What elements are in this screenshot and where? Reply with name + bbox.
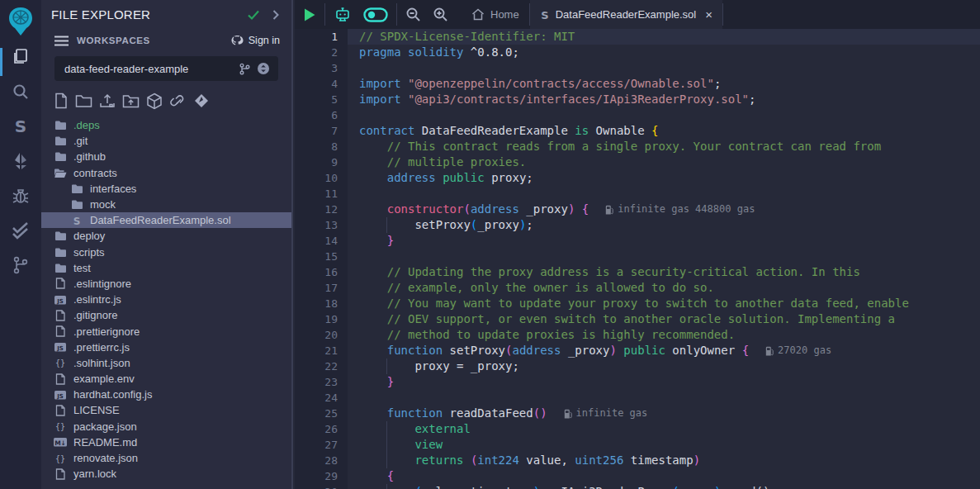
line-number[interactable]: 4 <box>295 76 348 92</box>
file-tree-item[interactable]: deploy <box>41 228 291 244</box>
file-tree-item[interactable]: .git <box>41 133 291 149</box>
code-line[interactable]: 13 setProxy(_proxy); <box>295 217 980 233</box>
ai-toggle[interactable] <box>363 7 388 22</box>
line-number[interactable]: 3 <box>295 60 348 76</box>
code-line[interactable]: 22 proxy = _proxy; <box>295 358 980 374</box>
file-tree-item[interactable]: yarn.lock <box>41 466 291 482</box>
remix-logo-icon[interactable] <box>3 3 38 40</box>
code-line[interactable]: 3 <box>295 60 980 76</box>
line-number[interactable]: 12 <box>295 202 348 217</box>
code-line[interactable]: 30 (value, timestamp) = IApi3ReaderProxy… <box>295 484 980 489</box>
tab-home[interactable]: Home <box>462 0 529 29</box>
code-line[interactable]: 26 external <box>295 421 980 437</box>
line-number[interactable]: 7 <box>295 123 348 139</box>
line-number[interactable]: 25 <box>295 406 348 421</box>
file-tree-item[interactable]: contracts <box>41 165 291 181</box>
line-number[interactable]: 21 <box>295 343 348 358</box>
code-line[interactable]: 2pragma solidity ^0.8.0; <box>295 45 980 60</box>
workspace-dropdown-icon[interactable] <box>257 62 270 75</box>
workspaces-menu-icon[interactable] <box>54 36 69 46</box>
new-file-icon[interactable] <box>54 93 69 109</box>
line-number[interactable]: 5 <box>295 92 348 107</box>
line-number[interactable]: 22 <box>295 358 348 374</box>
line-number[interactable]: 18 <box>295 296 348 311</box>
line-number[interactable]: 27 <box>295 437 348 453</box>
file-tree-item[interactable]: .deps <box>41 117 291 133</box>
line-number[interactable]: 15 <box>295 249 348 264</box>
code-line[interactable]: 19 // OEV support, or even switch to ano… <box>295 311 980 327</box>
zoom-in-icon[interactable] <box>433 7 448 22</box>
code-line[interactable]: 25 function readDataFeed()infinite gas <box>295 406 980 421</box>
file-tree-item[interactable]: example.env <box>41 371 291 387</box>
file-tree-item[interactable]: scripts <box>41 244 291 260</box>
line-number[interactable]: 10 <box>295 170 348 186</box>
code-line[interactable]: 9 // multiple proxies. <box>295 154 980 170</box>
upload-folder-icon[interactable] <box>122 93 140 109</box>
file-tree-item[interactable]: interfaces <box>41 181 291 197</box>
new-folder-icon[interactable] <box>75 93 92 108</box>
file-tree-item[interactable]: {}renovate.json <box>41 450 291 466</box>
line-number[interactable]: 2 <box>295 45 348 60</box>
code-line[interactable]: 15 <box>295 249 980 264</box>
code-line[interactable]: 28 returns (int224 value, uint256 timest… <box>295 453 980 468</box>
line-number[interactable]: 26 <box>295 421 348 437</box>
file-tree-item[interactable]: .github <box>41 149 291 164</box>
accept-check-icon[interactable] <box>247 9 260 21</box>
file-explorer-icon[interactable] <box>0 40 41 74</box>
solidity-compiler-icon[interactable]: S <box>0 109 41 144</box>
unit-testing-icon[interactable] <box>0 213 41 248</box>
file-tree-item[interactable]: .prettierignore <box>41 323 291 339</box>
line-number[interactable]: 24 <box>295 390 348 406</box>
debugger-icon[interactable] <box>0 178 41 213</box>
zoom-out-icon[interactable] <box>405 7 421 22</box>
code-line[interactable]: 24 <box>295 390 980 406</box>
code-line[interactable]: 16 // Updating the proxy address is a se… <box>295 264 980 280</box>
code-line[interactable]: 21 function setProxy(address _proxy) pub… <box>295 343 980 358</box>
line-number[interactable]: 13 <box>295 217 348 233</box>
file-tree-item[interactable]: mock <box>41 197 291 212</box>
code-editor[interactable]: 1// SPDX-License-Identifier: MIT2pragma … <box>295 29 980 489</box>
code-line[interactable]: 8 // This contract reads from a single p… <box>295 139 980 154</box>
line-number[interactable]: 20 <box>295 327 348 343</box>
line-number[interactable]: 29 <box>295 468 348 484</box>
collapse-panel-chevron-icon[interactable] <box>272 9 280 21</box>
code-line[interactable]: 17 // example, only the owner is allowed… <box>295 280 980 296</box>
upload-file-icon[interactable] <box>99 93 116 109</box>
line-number[interactable]: 30 <box>295 484 348 489</box>
code-line[interactable]: 18 // You may want to update your proxy … <box>295 296 980 311</box>
line-number[interactable]: 17 <box>295 280 348 296</box>
line-number[interactable]: 11 <box>295 186 348 202</box>
file-tree-item[interactable]: test <box>41 260 291 276</box>
file-tree-item[interactable]: {}package.json <box>41 419 291 434</box>
workspace-selector[interactable]: data-feed-reader-example <box>54 56 278 81</box>
close-tab-icon[interactable]: × <box>705 8 713 21</box>
import-from-url-icon[interactable] <box>169 93 187 108</box>
code-line[interactable]: 20 // method to update proxies is highly… <box>295 327 980 343</box>
deploy-and-run-icon[interactable] <box>0 144 41 178</box>
import-from-ipfs-icon[interactable] <box>146 93 163 110</box>
line-number[interactable]: 6 <box>295 107 348 123</box>
line-number[interactable]: 23 <box>295 374 348 390</box>
line-number[interactable]: 8 <box>295 139 348 154</box>
code-line[interactable]: 4import "@openzeppelin/contracts/access/… <box>295 76 980 92</box>
file-tree-item[interactable]: JShardhat.config.js <box>41 387 291 402</box>
line-number[interactable]: 14 <box>295 233 348 249</box>
code-line[interactable]: 6 <box>295 107 980 123</box>
run-script-icon[interactable] <box>303 7 316 22</box>
git-branch-icon[interactable] <box>239 63 250 75</box>
file-tree-item[interactable]: {}.solhint.json <box>41 355 291 371</box>
code-line[interactable]: 1// SPDX-License-Identifier: MIT <box>295 29 980 45</box>
line-number[interactable]: 1 <box>295 29 348 45</box>
code-line[interactable]: 7contract DataFeedReaderExample is Ownab… <box>295 123 980 139</box>
code-line[interactable]: 11 <box>295 186 980 202</box>
line-number[interactable]: 28 <box>295 453 348 468</box>
github-sign-in-button[interactable]: Sign in <box>230 35 280 46</box>
code-line[interactable]: 23 } <box>295 374 980 390</box>
ai-assistant-icon[interactable] <box>334 6 352 24</box>
git-icon[interactable] <box>0 248 41 282</box>
code-line[interactable]: 12 constructor(address _proxy) {infinite… <box>295 202 980 217</box>
file-tree-item[interactable]: LICENSE <box>41 402 291 418</box>
file-tree-item[interactable]: JS.prettierrc.js <box>41 339 291 355</box>
publish-workspace-icon[interactable] <box>194 93 209 108</box>
code-line[interactable]: 10 address public proxy; <box>295 170 980 186</box>
